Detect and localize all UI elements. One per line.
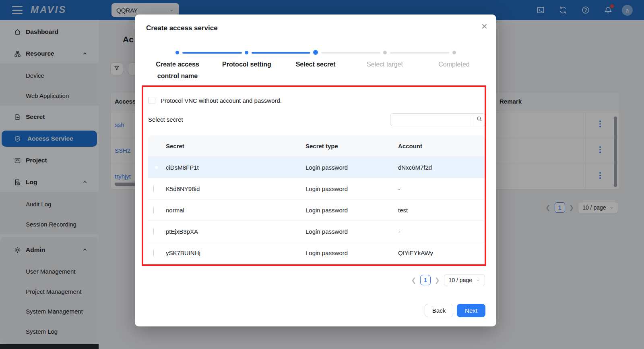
step-label-1[interactable]: Create access control name	[151, 59, 204, 82]
close-icon[interactable]: ×	[481, 21, 487, 31]
secrets-pagination: ❮ 1 ❯ 10 / page	[135, 274, 485, 286]
vnc-checkbox-label: Protocol VNC without account and passwor…	[161, 97, 282, 104]
next-page-icon[interactable]: ❯	[435, 276, 440, 284]
back-button[interactable]: Back	[425, 304, 453, 317]
step-dot-5	[452, 51, 456, 54]
app-screen: MAVIS QQRAY a	[0, 0, 644, 349]
modal-footer: Back Next	[425, 304, 485, 317]
step-label-2[interactable]: Protocol setting	[217, 59, 277, 71]
step-label-4[interactable]: Select target	[355, 59, 415, 71]
step-connector	[321, 52, 380, 54]
vnc-checkbox-row: Protocol VNC without account and passwor…	[148, 97, 282, 104]
step-dot-2	[245, 51, 248, 54]
secrets-table: Secret Secret type Account ciDsM8FP1t Lo…	[148, 135, 485, 264]
search-input[interactable]	[390, 114, 473, 126]
radio-unselected[interactable]	[153, 249, 154, 257]
secrets-table-header: Secret Secret type Account	[148, 135, 485, 156]
modal-title: Create access service	[146, 24, 218, 32]
secret-row[interactable]: ciDsM8FP1t Login password dNxc6M7f2d	[148, 156, 485, 178]
secret-row[interactable]: ptEjxB3pXA Login password -	[148, 220, 485, 242]
col-secret: Secret	[166, 143, 305, 150]
step-connector	[252, 52, 310, 54]
prev-page-icon[interactable]: ❮	[411, 276, 416, 284]
col-secret-type: Secret type	[305, 143, 398, 150]
secret-row[interactable]: K5d6NY98id Login password -	[148, 178, 485, 199]
step-label-5[interactable]: Completed	[424, 59, 484, 71]
step-connector	[182, 52, 242, 54]
select-secret-label: Select secret	[148, 116, 183, 123]
search-icon	[476, 116, 483, 124]
secret-row[interactable]: ySK7BUINHj Login password QIYiEYkAWy	[148, 242, 485, 263]
vnc-checkbox[interactable]	[148, 97, 155, 104]
page-number[interactable]: 1	[420, 275, 431, 285]
search-button[interactable]	[473, 114, 485, 126]
step-connector	[390, 52, 450, 54]
secret-row[interactable]: normal Login password test	[148, 199, 485, 220]
step-dot-3	[313, 50, 318, 55]
radio-unselected[interactable]	[153, 206, 154, 214]
next-button[interactable]: Next	[457, 304, 485, 317]
step-dot-1	[175, 51, 179, 54]
col-account: Account	[398, 143, 485, 150]
step-dot-4	[383, 51, 387, 54]
create-access-service-modal: Create access service × Create access co…	[135, 15, 496, 326]
page-size-select[interactable]: 10 / page	[444, 274, 485, 286]
radio-unselected[interactable]	[153, 185, 154, 193]
secret-search	[390, 113, 485, 126]
radio-unselected[interactable]	[153, 228, 154, 235]
step-label-3[interactable]: Select secret	[285, 59, 346, 71]
chevron-down-icon	[476, 278, 480, 283]
